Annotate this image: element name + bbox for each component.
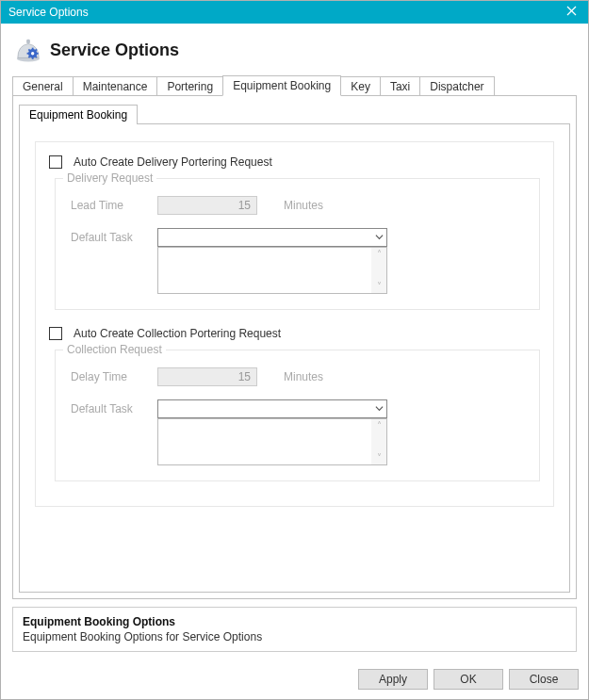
scroll-up-icon: ˄	[377, 421, 382, 431]
delay-time-label: Delay Time	[71, 370, 157, 383]
auto-create-delivery-label: Auto Create Delivery Portering Request	[74, 155, 272, 169]
header: Service Options	[12, 33, 577, 74]
description-panel: Equipment Booking Options Equipment Book…	[12, 607, 577, 652]
collection-request-group: Collection Request Delay Time 15 Minutes…	[55, 350, 540, 481]
lead-time-unit: Minutes	[284, 199, 323, 212]
lead-time-row: Lead Time 15 Minutes	[71, 196, 524, 215]
description-title: Equipment Booking Options	[23, 615, 566, 628]
chevron-down-icon	[375, 402, 384, 415]
collection-default-task-label: Default Task	[71, 402, 157, 415]
delay-time-unit: Minutes	[284, 370, 323, 383]
scroll-down-icon: ˅	[377, 282, 382, 291]
collection-list-scrollbar[interactable]: ˄ ˅	[371, 419, 386, 464]
chevron-down-icon	[375, 231, 384, 244]
description-text: Equipment Booking Options for Service Op…	[23, 630, 566, 643]
tab-key[interactable]: Key	[340, 76, 381, 96]
outer-tabs: General Maintenance Portering Equipment …	[12, 74, 577, 95]
collection-default-task-listbox[interactable]: ˄ ˅	[157, 418, 387, 465]
delivery-default-task-label: Default Task	[71, 231, 157, 244]
delivery-request-group: Delivery Request Lead Time 15 Minutes De…	[55, 178, 540, 310]
inner-tabpanel: Auto Create Delivery Portering Request D…	[19, 123, 570, 593]
delivery-default-task-row: Default Task	[71, 228, 524, 247]
window-title: Service Options	[8, 6, 554, 19]
collection-request-legend: Collection Request	[63, 343, 166, 356]
scroll-up-icon: ˄	[377, 250, 382, 259]
svg-point-13	[31, 52, 34, 55]
svg-rect-3	[26, 40, 30, 44]
delivery-list-scrollbar[interactable]: ˄ ˅	[371, 248, 386, 293]
close-icon	[566, 6, 577, 19]
collection-list-area	[158, 419, 371, 464]
close-button[interactable]: Close	[509, 669, 579, 690]
ok-button[interactable]: OK	[434, 669, 503, 690]
svg-line-10	[35, 49, 37, 51]
scroll-down-icon: ˅	[377, 453, 382, 463]
window-close-button[interactable]	[554, 1, 588, 24]
inner-tabs: Equipment Booking	[19, 104, 570, 123]
tab-portering[interactable]: Portering	[156, 76, 223, 96]
tab-equipment-booking[interactable]: Equipment Booking	[222, 75, 341, 96]
tab-general[interactable]: General	[12, 76, 74, 96]
auto-create-delivery-checkbox[interactable]	[49, 155, 62, 169]
delivery-list-area	[158, 248, 371, 293]
delivery-request-legend: Delivery Request	[63, 171, 156, 185]
collection-default-task-combo[interactable]	[157, 399, 387, 418]
inner-tab-equipment-booking[interactable]: Equipment Booking	[19, 105, 138, 124]
window: Service Options	[0, 0, 589, 700]
collection-default-task-row: Default Task	[71, 399, 524, 418]
lead-time-input[interactable]: 15	[157, 196, 257, 215]
tab-maintenance[interactable]: Maintenance	[73, 76, 158, 96]
delay-time-row: Delay Time 15 Minutes	[71, 367, 524, 386]
svg-line-9	[28, 49, 30, 51]
lead-time-label: Lead Time	[71, 199, 157, 212]
delay-time-input[interactable]: 15	[157, 367, 257, 386]
auto-create-collection-label: Auto Create Collection Portering Request	[74, 327, 281, 340]
footer: Apply OK Close	[1, 661, 588, 699]
svg-line-11	[28, 56, 30, 57]
delivery-default-task-combo[interactable]	[157, 228, 387, 247]
auto-create-delivery-row: Auto Create Delivery Portering Request	[49, 155, 540, 169]
apply-button[interactable]: Apply	[358, 669, 428, 690]
outer-tabpanel: Equipment Booking Auto Create Delivery P…	[12, 95, 577, 599]
titlebar: Service Options	[1, 1, 588, 24]
inner-frame: Auto Create Delivery Portering Request D…	[35, 141, 554, 507]
service-options-icon	[14, 37, 42, 63]
tab-taxi[interactable]: Taxi	[380, 76, 420, 96]
svg-line-12	[35, 56, 37, 57]
auto-create-collection-row: Auto Create Collection Portering Request	[49, 327, 540, 340]
content: Service Options General Maintenance Port…	[1, 24, 588, 661]
delivery-default-task-listbox[interactable]: ˄ ˅	[157, 247, 387, 294]
tab-dispatcher[interactable]: Dispatcher	[419, 76, 494, 96]
auto-create-collection-checkbox[interactable]	[49, 327, 62, 340]
page-title: Service Options	[50, 41, 179, 60]
